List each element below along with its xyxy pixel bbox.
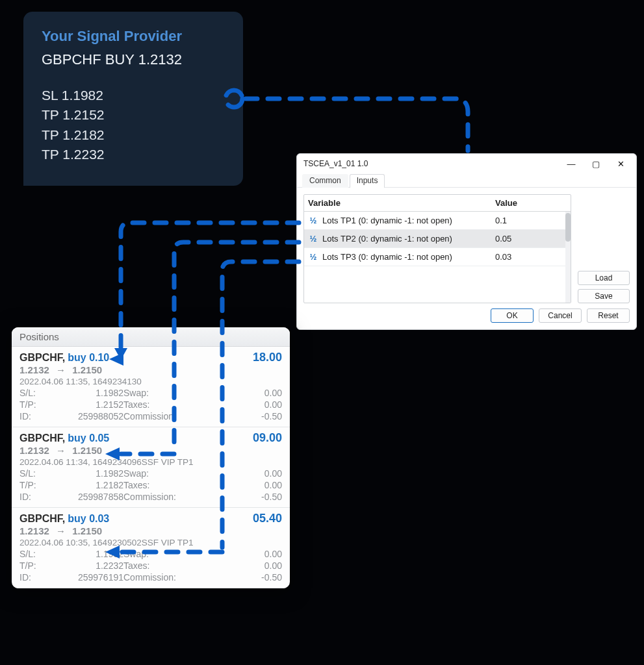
value-sl: 1.1982 [51,549,123,559]
grid-header: Variable Value [304,195,571,212]
label-swap: Swap: [123,388,194,398]
position-meta: 2022.04.06 11:34, 1649234096SSF VIP TP1 [19,457,282,467]
arrow-right-icon: → [56,525,66,536]
cell-value[interactable]: 0.03 [495,252,567,262]
signal-provider: Your Signal Provider [42,26,225,47]
fraction-icon [308,216,318,225]
position-side: buy 0.03 [68,513,109,525]
position-item[interactable]: GBPCHF, buy 0.03 05.40 1.2132 → 1.2150 2… [12,508,290,588]
position-item[interactable]: GBPCHF, buy 0.10 18.00 1.2132 → 1.2150 2… [12,347,290,427]
signal-tp1: TP 1.2152 [42,105,225,125]
label-id: ID: [19,492,51,502]
position-side: buy 0.05 [68,433,109,444]
position-side: buy 0.10 [68,352,109,364]
value-id: 259988052 [51,411,123,421]
position-details: S/L:1.1982Swap:0.00 T/P:1.2182Taxes:0.00… [19,468,282,502]
label-sl: S/L: [19,468,51,479]
cell-variable: Lots TP2 (0: dynamic -1: not open) [322,234,452,244]
load-button[interactable]: Load [578,271,630,285]
value-commission: -0.50 [194,492,282,502]
dialog-footer: OK Cancel Reset [297,307,636,329]
label-taxes: Taxes: [123,480,194,490]
value-commission: -0.50 [194,572,282,583]
label-commission: Commission: [123,572,194,583]
cell-variable: Lots TP1 (0: dynamic -1: not open) [322,216,452,225]
tab-inputs[interactable]: Inputs [350,174,385,188]
position-symbol: GBPCHF, [19,433,65,444]
label-commission: Commission: [123,492,194,502]
value-tp: 1.2182 [51,480,123,490]
position-symbol: GBPCHF, [19,352,65,364]
position-item[interactable]: GBPCHF, buy 0.05 09.00 1.2132 → 1.2150 2… [12,427,290,508]
value-taxes: 0.00 [194,480,282,490]
arrow-right-icon: → [56,364,66,375]
position-prices: 1.2132 → 1.2150 [19,525,282,536]
value-id: 259976191 [51,572,123,583]
label-tp: T/P: [19,480,51,490]
open-price: 1.2132 [19,364,49,375]
signal-tp2: TP 1.2182 [42,125,225,145]
grid-row[interactable]: Lots TP3 (0: dynamic -1: not open) 0.03 [304,248,571,266]
signal-card: Your Signal Provider GBPCHF BUY 1.2132 S… [23,12,243,186]
close-button[interactable]: ✕ [609,157,632,171]
grid-row[interactable]: Lots TP2 (0: dynamic -1: not open) 0.05 [304,230,571,248]
value-sl: 1.1982 [51,468,123,479]
dialog-body: Variable Value Lots TP1 (0: dynamic -1: … [297,188,636,307]
value-tp: 1.2232 [51,560,123,571]
value-swap: 0.00 [194,388,282,398]
value-swap: 0.00 [194,468,282,479]
ok-button[interactable]: OK [491,308,534,323]
reset-button[interactable]: Reset [587,308,630,323]
value-commission: -0.50 [194,411,282,421]
label-tp: T/P: [19,560,51,571]
label-swap: Swap: [123,549,194,559]
label-sl: S/L: [19,388,51,398]
settings-dialog: TSCEA_v1_01 1.0 — ▢ ✕ Common Inputs Vari… [296,153,637,330]
label-sl: S/L: [19,549,51,559]
position-symbol: GBPCHF, [19,513,65,525]
fraction-icon [308,234,318,244]
arrow-right-icon: → [56,445,66,456]
signal-tp3: TP 1.2232 [42,145,225,164]
label-id: ID: [19,572,51,583]
inputs-grid: Variable Value Lots TP1 (0: dynamic -1: … [303,194,571,303]
value-taxes: 0.00 [194,560,282,571]
titlebar: TSCEA_v1_01 1.0 — ▢ ✕ [297,154,636,173]
label-swap: Swap: [123,468,194,479]
open-price: 1.2132 [19,525,49,536]
scrollbar-thumb[interactable] [565,213,571,242]
positions-panel: Positions GBPCHF, buy 0.10 18.00 1.2132 … [12,327,290,588]
grid-scrollbar[interactable] [565,212,571,303]
value-swap: 0.00 [194,549,282,559]
cancel-button[interactable]: Cancel [539,308,582,323]
grid-row[interactable]: Lots TP1 (0: dynamic -1: not open) 0.1 [304,212,571,230]
maximize-button[interactable]: ▢ [584,157,608,171]
label-taxes: Taxes: [123,560,194,571]
open-price: 1.2132 [19,445,49,456]
signal-headline: GBPCHF BUY 1.2132 [42,49,225,70]
window-controls: — ▢ ✕ [560,157,632,171]
cell-value[interactable]: 0.1 [495,216,567,225]
dialog-title: TSCEA_v1_01 1.0 [303,159,560,168]
position-meta: 2022.04.06 11:35, 1649234130 [19,377,282,386]
save-button[interactable]: Save [578,289,630,303]
col-header-value: Value [495,198,567,208]
position-pl: 18.00 [253,351,282,364]
side-buttons: Load Save [578,194,630,303]
minimize-button[interactable]: — [560,157,583,171]
dialog-tabs: Common Inputs [297,173,636,188]
current-price: 1.2150 [72,445,102,456]
position-prices: 1.2132 → 1.2150 [19,445,282,456]
current-price: 1.2150 [72,364,102,375]
position-pl: 05.40 [253,512,282,525]
value-taxes: 0.00 [194,399,282,410]
signal-sl: SL 1.1982 [42,86,225,105]
label-commission: Commission: [123,411,194,421]
tab-common[interactable]: Common [302,174,348,188]
label-id: ID: [19,411,51,421]
cell-value[interactable]: 0.05 [495,234,567,244]
label-taxes: Taxes: [123,399,194,410]
positions-title: Positions [12,327,290,347]
value-id: 259987858 [51,492,123,502]
position-details: S/L:1.1982Swap:0.00 T/P:1.2152Taxes:0.00… [19,388,282,421]
